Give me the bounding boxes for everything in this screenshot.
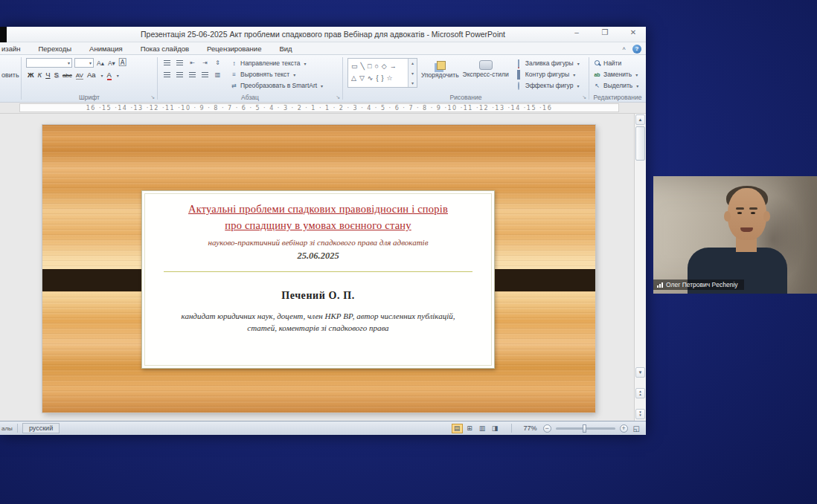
zoom-slider-thumb[interactable] <box>583 424 586 433</box>
restore-icon[interactable]: ❐ <box>600 28 610 36</box>
vertical-scrollbar[interactable]: ▲ ▼ ▲▲ ▼▼ <box>634 114 646 421</box>
dialog-launcher-icon[interactable]: ↘ <box>336 94 340 100</box>
shape-triangle-down-icon[interactable]: ▽ <box>359 74 365 82</box>
align-center-icon[interactable] <box>174 70 185 80</box>
font-name-select[interactable]: ▾ <box>26 58 72 68</box>
justify-icon[interactable] <box>199 70 211 80</box>
slide-title-line1[interactable]: Актуальні проблеми спадкових правовіднос… <box>142 201 494 217</box>
align-left-icon[interactable] <box>161 70 173 80</box>
font-size-select[interactable]: ▾ <box>74 58 94 68</box>
shape-curve-icon[interactable]: ∿ <box>368 74 374 82</box>
columns-icon[interactable]: ▥ <box>212 70 223 80</box>
shape-outline-button[interactable]: Контур фигуры ▾ <box>513 69 582 80</box>
slide-sorter-view-icon[interactable]: ⊞ <box>464 424 475 433</box>
zoom-slider[interactable] <box>556 427 615 430</box>
slideshow-view-icon[interactable]: ◨ <box>490 424 501 433</box>
shrink-font-button[interactable]: A▾ <box>107 59 116 67</box>
shape-line-icon[interactable]: ╲ <box>361 62 365 70</box>
slide-date[interactable]: 25.06.2025 <box>142 251 494 262</box>
shape-square-icon[interactable]: □ <box>368 62 371 70</box>
tab-review[interactable]: Рецензирование <box>198 45 270 53</box>
shape-arrow-icon[interactable]: → <box>390 62 397 70</box>
numbering-icon[interactable] <box>174 58 185 68</box>
minimize-icon[interactable]: – <box>571 28 582 36</box>
reading-view-icon[interactable]: ▥ <box>477 424 488 433</box>
align-right-icon[interactable] <box>187 70 198 80</box>
dialog-launcher-icon[interactable]: ↘ <box>582 94 586 100</box>
replace-button[interactable]: ab Заменить ▾ <box>591 69 646 80</box>
participant-video-tile[interactable]: Олег Петрович Pecheniy <box>653 176 817 294</box>
participant-eyebrow <box>749 207 757 210</box>
font-group-label: Шрифт <box>22 94 157 101</box>
shapes-scroll-down-icon[interactable]: ▾ <box>411 71 414 76</box>
slide-author[interactable]: Печений О. П. <box>142 290 494 302</box>
slide-author-description[interactable]: кандидат юридичних наук, доцент, член НК… <box>170 310 467 335</box>
shape-brace-left-icon[interactable]: { <box>376 74 378 82</box>
tab-transitions[interactable]: Переходы <box>30 45 81 53</box>
find-button[interactable]: Найти <box>591 58 646 68</box>
italic-button[interactable]: К <box>38 71 42 79</box>
tab-view[interactable]: Вид <box>270 45 301 53</box>
next-slide-button[interactable]: ▼▼ <box>635 409 645 419</box>
character-spacing-button[interactable]: AV <box>76 72 83 80</box>
text-direction-button[interactable]: ↕ Направление текста ▾ <box>228 58 325 68</box>
participant-ear <box>763 211 770 222</box>
convert-smartart-button[interactable]: ⇄ Преобразовать в SmartArt ▾ <box>228 80 325 91</box>
shapes-scroll-up-icon[interactable]: ▴ <box>411 60 414 65</box>
shape-circle-icon[interactable]: ○ <box>374 62 378 70</box>
zoom-in-icon[interactable]: + <box>620 424 628 433</box>
zoom-out-icon[interactable]: − <box>543 424 551 433</box>
align-text-button[interactable]: ≡ Выровнять текст ▾ <box>228 69 325 80</box>
scroll-up-icon[interactable]: ▲ <box>635 114 645 125</box>
quick-styles-button[interactable]: Экспресс-стили <box>463 59 509 91</box>
dialog-launcher-icon[interactable]: ↘ <box>150 94 155 100</box>
shapes-gallery[interactable]: ▭ ╲ □ ○ ◇ → △ ▽ ∿ { } <box>347 58 417 88</box>
scroll-down-icon[interactable]: ▼ <box>635 367 645 378</box>
grow-font-button[interactable]: A▴ <box>96 59 105 67</box>
fit-to-window-icon[interactable]: ◱ <box>633 424 640 433</box>
zoom-level[interactable]: 77% <box>516 424 537 432</box>
title-bar[interactable]: Презентація 25-06-2025 Акт проблеми спад… <box>0 27 646 42</box>
increase-indent-icon[interactable]: ⇥ <box>199 58 211 68</box>
slide-title-line2[interactable]: про спадщину в умовах воєнного стану <box>142 217 494 233</box>
change-case-button[interactable]: Aa <box>87 71 96 79</box>
clear-formatting-icon[interactable]: 🄰 <box>118 59 126 67</box>
select-button[interactable]: ↖ Выделить ▾ <box>591 80 646 91</box>
shape-fill-button[interactable]: Заливка фигуры ▾ <box>513 58 582 68</box>
slide-canvas[interactable]: Актуальні проблеми спадкових правовіднос… <box>42 125 595 413</box>
text-shadow-button[interactable]: S <box>54 71 59 79</box>
previous-slide-button[interactable]: ▲▲ <box>635 388 645 398</box>
shape-triangle-icon[interactable]: △ <box>351 74 356 82</box>
horizontal-ruler[interactable]: 16 ·15 ·14 ·13 ·12 ·11 ·10 · 9 · 8 · 7 ·… <box>19 103 619 112</box>
bold-button[interactable]: Ж <box>28 71 34 79</box>
shape-star-icon[interactable]: ☆ <box>386 74 392 82</box>
slide-title-card[interactable]: Актуальні проблеми спадкових правовіднос… <box>141 190 495 369</box>
tab-design[interactable]: изайн <box>0 45 30 53</box>
shape-fill-icon <box>515 60 523 67</box>
normal-view-icon[interactable]: ▤ <box>452 424 463 433</box>
tab-slideshow[interactable]: Показ слайдов <box>132 45 198 53</box>
font-group: ▾ ▾ A▴ A▾ 🄰 Ж К Ч S abc AV Aa ▾ A ▾ <box>22 55 157 102</box>
font-color-button[interactable]: A <box>107 71 112 80</box>
language-indicator[interactable]: русский <box>22 423 60 433</box>
close-icon[interactable]: ✕ <box>628 28 638 36</box>
shapes-more-icon[interactable]: ▾ <box>411 80 414 85</box>
help-icon[interactable]: ? <box>632 45 641 54</box>
participant-ear <box>724 211 731 222</box>
bullets-icon[interactable] <box>161 58 173 68</box>
slide-subtitle[interactable]: науково-практичний вебінар зі спадкового… <box>142 238 494 247</box>
paste-button-partial[interactable]: овить <box>1 71 19 79</box>
window-title: Презентація 25-06-2025 Акт проблеми спад… <box>141 30 505 39</box>
shape-brace-right-icon[interactable]: } <box>381 74 383 82</box>
shape-diamond-icon[interactable]: ◇ <box>382 62 387 70</box>
tab-animation[interactable]: Анимация <box>80 45 132 53</box>
underline-button[interactable]: Ч <box>45 71 50 79</box>
decrease-indent-icon[interactable]: ⇤ <box>187 58 198 68</box>
arrange-button[interactable]: Упорядочить <box>421 59 459 91</box>
line-spacing-icon[interactable]: ⇕ <box>212 58 223 68</box>
shape-rectangle-icon[interactable]: ▭ <box>351 62 358 70</box>
scrollbar-thumb[interactable] <box>635 126 645 161</box>
strikethrough-button[interactable]: abc <box>63 72 72 79</box>
collapse-ribbon-icon[interactable]: ˄ <box>622 45 626 52</box>
shape-effects-button[interactable]: Эффекты фигур ▾ <box>513 80 582 91</box>
